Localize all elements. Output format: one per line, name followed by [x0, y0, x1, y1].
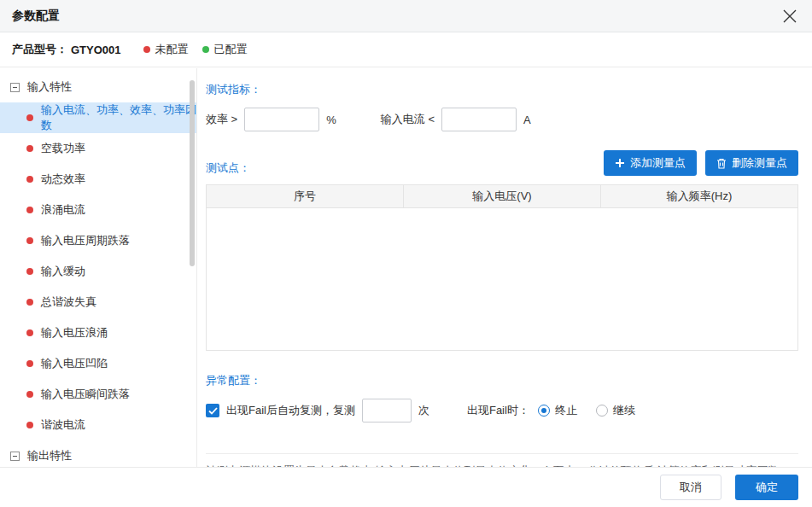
add-measure-point-button[interactable]: 添加测量点: [604, 150, 697, 176]
sidebar-item-label: 输入电压浪涌: [41, 325, 108, 341]
status-dot-icon: [26, 145, 33, 152]
tree-group-output-characteristics[interactable]: 输出特性: [0, 440, 196, 467]
check-icon: [208, 407, 218, 415]
sidebar-item-thd[interactable]: 总谐波失真: [0, 287, 196, 318]
cancel-button[interactable]: 取消: [660, 475, 721, 500]
efficiency-input[interactable]: [244, 108, 319, 131]
input-current-input[interactable]: [441, 108, 517, 131]
dialog-titlebar: 参数配置: [0, 0, 812, 32]
test-points-table: 序号 输入电压(V) 输入频率(Hz): [206, 184, 798, 351]
radio-continue-label: 继续: [613, 403, 635, 418]
collapse-icon[interactable]: [10, 452, 20, 461]
trash-icon: [716, 158, 727, 169]
add-measure-point-label: 添加测量点: [630, 155, 686, 171]
column-header-index: 序号: [207, 185, 404, 207]
status-dot-icon: [26, 329, 33, 336]
dialog-title: 参数配置: [12, 9, 60, 24]
product-model-label: 产品型号：: [12, 42, 67, 57]
retest-count-input[interactable]: [362, 399, 412, 422]
collapse-icon[interactable]: [10, 83, 20, 92]
product-model-value: GTYO001: [71, 44, 121, 56]
main-panel: 测试指标： 效率 > % 输入电流 < A 测试点： 添加测量点: [197, 68, 812, 467]
legend-configured-label: 已配置: [214, 42, 248, 57]
column-header-input-frequency: 输入频率(Hz): [601, 185, 797, 207]
legend-not-configured: 未配置: [143, 42, 189, 57]
plus-icon: [615, 158, 625, 168]
retest-unit: 次: [418, 403, 429, 418]
close-button[interactable]: [780, 6, 800, 26]
status-dot-icon: [26, 237, 33, 244]
product-bar: 产品型号： GTYO001 未配置 已配置: [0, 32, 812, 67]
radio-unchecked-icon: [596, 405, 608, 417]
status-dot-icon: [26, 422, 33, 428]
sidebar-item-voltage-momentary-drop[interactable]: 输入电压瞬间跌落: [0, 379, 196, 410]
exception-section-title: 异常配置：: [206, 373, 798, 388]
tree-group-label: 输入特性: [27, 79, 72, 95]
auto-retest-checkbox[interactable]: [206, 404, 219, 417]
sidebar-item-label: 输入缓动: [41, 264, 85, 279]
dialog-body: 输入特性 输入电流、功率、效率、功率因数 空载功率 动态效率 浪涌电流 输入电压…: [0, 68, 812, 467]
sidebar-item-dynamic-efficiency[interactable]: 动态效率: [0, 164, 196, 195]
test-points-section-title: 测试点：: [206, 160, 250, 176]
tree-group-label: 输出特性: [27, 448, 72, 463]
tree-group-input-characteristics[interactable]: 输入特性: [0, 72, 196, 102]
sidebar-item-no-load-power[interactable]: 空载功率: [0, 133, 196, 164]
close-icon: [782, 9, 797, 24]
input-current-unit: A: [523, 114, 531, 126]
parameter-config-dialog: 参数配置 产品型号： GTYO001 未配置 已配置 输入特性: [0, 0, 812, 67]
status-dot-icon: [26, 360, 33, 367]
sidebar-scrollbar[interactable]: [190, 80, 195, 266]
status-dot-icon: [26, 176, 33, 183]
sidebar-item-voltage-cycle-drop[interactable]: 输入电压周期跌落: [0, 225, 196, 256]
sidebar-item-label: 动态效率: [41, 172, 85, 187]
sidebar-item-inrush-current[interactable]: 浪涌电流: [0, 195, 196, 225]
fail-when-label: 出现Fail时：: [467, 403, 529, 418]
test-point-buttons: 添加测量点 删除测量点: [604, 150, 798, 176]
confirm-button[interactable]: 确定: [735, 475, 798, 500]
sidebar-item-harmonic-current[interactable]: 谐波电流: [0, 410, 196, 440]
red-dot-icon: [143, 46, 150, 53]
parameter-tree-sidebar: 输入特性 输入电流、功率、效率、功率因数 空载功率 动态效率 浪涌电流 输入电压…: [0, 68, 197, 467]
table-body-empty: [207, 208, 797, 350]
sidebar-item-voltage-sag[interactable]: 输入电压凹陷: [0, 348, 196, 379]
exception-row: 出现Fail后自动复测，复测 次 出现Fail时： 终止 继续: [206, 399, 798, 422]
sidebar-item-label: 谐波电流: [41, 417, 85, 433]
sidebar-item-label: 输入电压凹陷: [41, 356, 108, 371]
radio-option-continue[interactable]: 继续: [596, 403, 635, 418]
efficiency-label: 效率 >: [206, 112, 237, 127]
table-header-row: 序号 输入电压(V) 输入频率(Hz): [207, 185, 797, 208]
status-dot-icon: [26, 207, 33, 213]
delete-measure-point-button[interactable]: 删除测量点: [705, 150, 798, 176]
test-points-header: 测试点： 添加测量点 删除测量点: [206, 150, 798, 176]
auto-retest-label: 出现Fail后自动复测，复测: [226, 403, 355, 418]
sidebar-item-label: 总谐波失真: [41, 294, 96, 310]
input-current-label: 输入电流 <: [381, 112, 435, 127]
efficiency-unit: %: [326, 114, 336, 126]
status-dot-icon: [26, 391, 33, 398]
green-dot-icon: [202, 46, 209, 53]
radio-option-terminate[interactable]: 终止: [538, 403, 577, 418]
sidebar-item-label: 空载功率: [41, 141, 85, 156]
delete-measure-point-label: 删除测量点: [732, 155, 787, 171]
sidebar-item-input-current-power[interactable]: 输入电流、功率、效率、功率因数: [0, 102, 196, 133]
sidebar-item-label: 输入电压周期跌落: [41, 233, 130, 248]
status-dot-icon: [26, 114, 33, 121]
column-header-input-voltage: 输入电压(V): [404, 185, 601, 207]
sidebar-item-input-ramp[interactable]: 输入缓动: [0, 256, 196, 287]
radio-terminate-label: 终止: [555, 403, 577, 418]
sidebar-item-label: 输入电流、功率、效率、功率因数: [41, 102, 196, 133]
sidebar-item-voltage-surge[interactable]: 输入电压浪涌: [0, 318, 196, 348]
test-index-section-title: 测试指标：: [206, 82, 798, 97]
exception-config-section: 异常配置： 出现Fail后自动复测，复测 次 出现Fail时： 终止: [206, 373, 798, 422]
dialog-footer: 取消 确定: [0, 467, 812, 507]
legend-not-configured-label: 未配置: [155, 42, 189, 57]
sidebar-item-label: 浪涌电流: [41, 202, 85, 218]
status-dot-icon: [26, 299, 33, 306]
legend-configured: 已配置: [202, 42, 248, 57]
sidebar-item-label: 输入电压瞬间跌落: [41, 387, 130, 402]
status-dot-icon: [26, 268, 33, 275]
radio-checked-icon: [538, 405, 550, 417]
test-index-row: 效率 > % 输入电流 < A: [206, 108, 798, 131]
